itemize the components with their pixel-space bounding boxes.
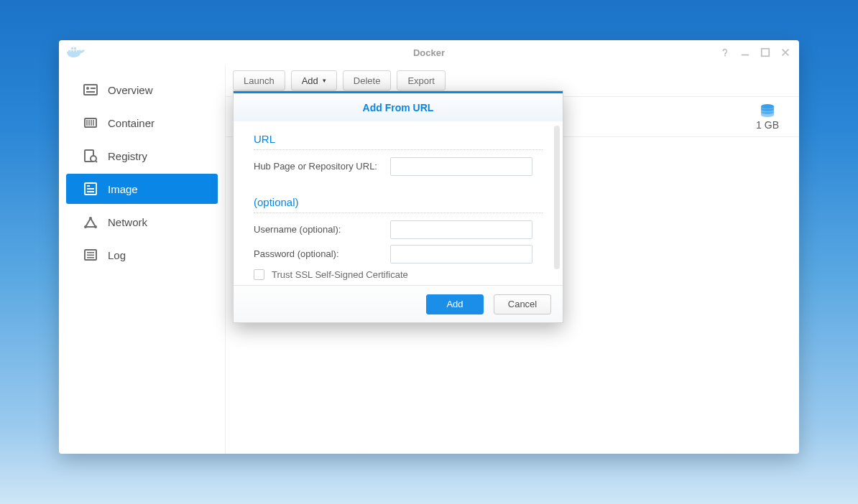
svg-rect-5 <box>74 47 76 50</box>
sidebar-item-label: Overview <box>108 84 153 96</box>
dialog-add-button[interactable]: Add <box>426 294 484 314</box>
caret-down-icon: ▾ <box>323 77 326 84</box>
launch-button[interactable]: Launch <box>233 70 285 90</box>
network-icon <box>83 215 98 229</box>
sidebar: Overview Container Registry Image <box>59 65 226 454</box>
trust-ssl-row[interactable]: Trust SSL Self-Signed Certificate <box>254 269 543 280</box>
svg-rect-18 <box>87 191 94 192</box>
svg-rect-25 <box>87 257 94 258</box>
svg-rect-7 <box>762 49 770 57</box>
dialog-body: URL Hub Page or Repository URL: (optiona… <box>234 121 563 285</box>
help-icon[interactable] <box>719 46 732 59</box>
svg-rect-6 <box>742 55 749 56</box>
svg-point-21 <box>94 225 97 228</box>
section-url: URL <box>254 133 543 150</box>
docker-whale-icon <box>66 45 86 60</box>
title-controls <box>719 46 792 59</box>
dialog-footer: Add Cancel <box>234 285 563 322</box>
section-optional: (optional) <box>254 196 543 213</box>
delete-button[interactable]: Delete <box>343 70 392 90</box>
minimize-icon[interactable] <box>739 46 752 59</box>
container-icon <box>83 116 98 130</box>
scrollbar-thumb[interactable] <box>554 126 560 269</box>
trust-ssl-checkbox[interactable] <box>254 269 264 280</box>
svg-rect-23 <box>87 252 94 253</box>
svg-rect-16 <box>87 185 90 187</box>
svg-rect-10 <box>91 88 96 89</box>
total-size: 1 GB <box>756 119 779 131</box>
url-input[interactable] <box>390 157 532 176</box>
sidebar-item-label: Network <box>108 216 147 228</box>
svg-point-20 <box>84 225 87 228</box>
add-button-label: Add <box>302 75 318 86</box>
svg-rect-24 <box>87 255 94 256</box>
sidebar-item-label: Image <box>108 183 138 195</box>
sidebar-item-label: Registry <box>108 150 147 162</box>
trust-ssl-label: Trust SSL Self-Signed Certificate <box>272 269 408 280</box>
svg-rect-17 <box>87 188 94 190</box>
svg-point-19 <box>89 217 92 220</box>
image-icon <box>83 182 98 196</box>
svg-rect-4 <box>71 47 73 50</box>
export-button[interactable]: Export <box>397 70 446 90</box>
dialog-title: Add From URL <box>234 91 563 121</box>
svg-point-9 <box>86 87 89 90</box>
password-label: Password (optional): <box>254 245 390 261</box>
sidebar-item-container[interactable]: Container <box>66 108 218 138</box>
titlebar: Docker <box>59 40 799 65</box>
svg-point-14 <box>91 156 96 162</box>
sidebar-item-registry[interactable]: Registry <box>66 141 218 171</box>
registry-icon <box>83 149 98 163</box>
svg-rect-8 <box>84 85 97 95</box>
add-from-url-dialog: Add From URL URL Hub Page or Repository … <box>233 90 563 323</box>
svg-rect-11 <box>86 91 95 93</box>
password-input[interactable] <box>390 245 532 263</box>
close-icon[interactable] <box>779 46 792 59</box>
dialog-cancel-button[interactable]: Cancel <box>494 294 551 314</box>
username-label: Username (optional): <box>254 220 390 236</box>
sidebar-item-overview[interactable]: Overview <box>66 75 218 105</box>
disk-stack-icon <box>759 103 776 118</box>
sidebar-item-label: Log <box>108 249 126 261</box>
sidebar-item-network[interactable]: Network <box>66 207 218 237</box>
url-label: Hub Page or Repository URL: <box>254 157 390 173</box>
overview-icon <box>83 83 98 97</box>
maximize-icon[interactable] <box>759 46 772 59</box>
sidebar-item-label: Container <box>108 117 154 129</box>
add-button[interactable]: Add ▾ <box>291 70 337 90</box>
window-title: Docker <box>59 47 799 58</box>
username-input[interactable] <box>390 220 532 239</box>
log-icon <box>83 248 98 262</box>
sidebar-item-log[interactable]: Log <box>66 240 218 270</box>
sidebar-item-image[interactable]: Image <box>66 174 218 204</box>
